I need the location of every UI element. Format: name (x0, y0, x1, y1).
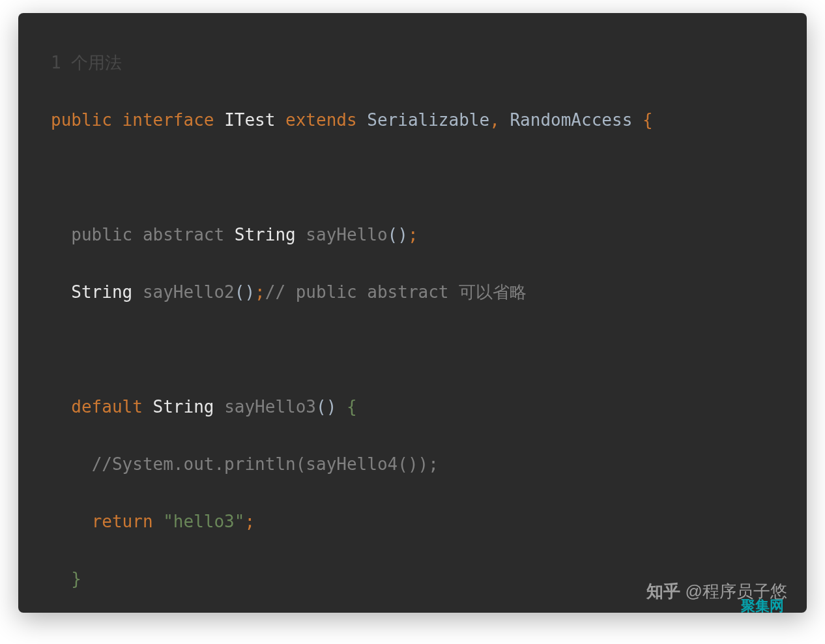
semicolon: ; (408, 225, 418, 244)
method-sayhello: sayHello (306, 225, 387, 244)
return-type: String (71, 282, 132, 302)
method-sayhello3: sayHello3 (224, 397, 316, 417)
keyword-interface: interface (123, 110, 214, 130)
string-literal: "hello3" (163, 512, 244, 531)
brace-open: { (347, 397, 357, 417)
type-randomaccess: RandomAccess (510, 110, 632, 130)
semicolon: ; (255, 282, 265, 302)
class-name: ITest (224, 110, 275, 130)
modifier-public: public (71, 225, 132, 244)
code-content[interactable]: 1 个用法 public interface ITest extends Ser… (18, 13, 807, 613)
keyword-default: default (71, 397, 143, 417)
zhihu-logo-icon: 知乎 (646, 580, 680, 603)
keyword-return: return (92, 512, 153, 531)
modifier-abstract: abstract (143, 225, 224, 244)
usage-hint: 1 个用法 (51, 53, 122, 72)
return-type: String (153, 397, 214, 417)
code-editor: 1 个用法 public interface ITest extends Ser… (18, 13, 807, 613)
comment: //System.out.println(sayHello4()); (92, 454, 439, 474)
comma: , (489, 110, 500, 130)
type-serializable: Serializable (367, 110, 489, 130)
parens: () (388, 225, 408, 244)
keyword-extends: extends (285, 110, 357, 130)
comment: // public abstract 可以省略 (265, 282, 527, 302)
method-sayhello2: sayHello2 (143, 282, 235, 302)
parens: () (235, 282, 255, 302)
semicolon: ; (244, 512, 255, 531)
brace-close: } (71, 569, 81, 589)
brace-open: { (643, 110, 653, 130)
watermark-juji: 聚集网 (741, 596, 784, 613)
keyword-public: public (51, 110, 112, 130)
parens: () (316, 397, 336, 417)
return-type: String (235, 225, 296, 244)
